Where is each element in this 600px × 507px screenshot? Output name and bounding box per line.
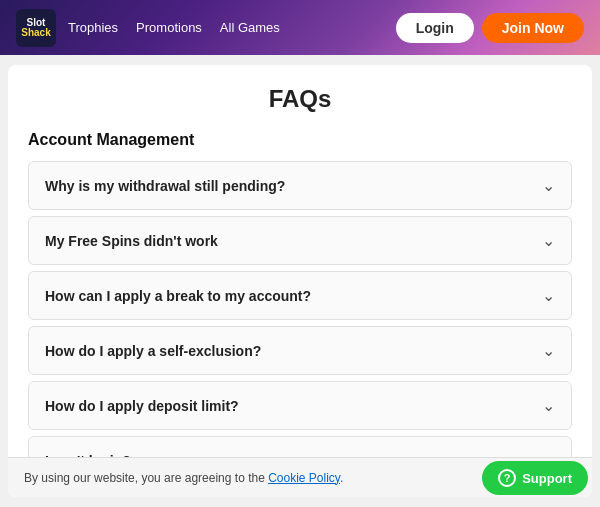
- main-content: FAQs Account Management Why is my withdr…: [8, 65, 592, 497]
- faq-question-3: How do I apply a self-exclusion?: [45, 343, 261, 359]
- logo: Slot Shack: [16, 9, 56, 47]
- chevron-down-icon-2: ⌄: [542, 286, 555, 305]
- cookie-policy-link[interactable]: Cookie Policy: [268, 471, 340, 485]
- faq-item-2[interactable]: How can I apply a break to my account? ⌄: [28, 271, 572, 320]
- chevron-down-icon-1: ⌄: [542, 231, 555, 250]
- cookie-text-before: By using our website, you are agreeing t…: [24, 471, 268, 485]
- faq-question-4: How do I apply deposit limit?: [45, 398, 239, 414]
- chevron-down-icon-3: ⌄: [542, 341, 555, 360]
- header: Slot Shack Trophies Promotions All Games…: [0, 0, 600, 55]
- chevron-down-icon-4: ⌄: [542, 396, 555, 415]
- logo-text-slot: Slot: [27, 18, 46, 28]
- faq-question-1: My Free Spins didn't work: [45, 233, 218, 249]
- faq-item-0[interactable]: Why is my withdrawal still pending? ⌄: [28, 161, 572, 210]
- faq-item-3[interactable]: How do I apply a self-exclusion? ⌄: [28, 326, 572, 375]
- page-title: FAQs: [28, 85, 572, 113]
- faq-question-0: Why is my withdrawal still pending?: [45, 178, 285, 194]
- cookie-period: .: [340, 471, 343, 485]
- support-icon: ?: [498, 469, 516, 487]
- login-button[interactable]: Login: [396, 13, 474, 43]
- nav-item-trophies[interactable]: Trophies: [68, 20, 118, 35]
- support-button[interactable]: ? Support: [482, 461, 588, 495]
- faq-item-4[interactable]: How do I apply deposit limit? ⌄: [28, 381, 572, 430]
- logo-icon: Slot Shack: [16, 9, 56, 47]
- section-title: Account Management: [28, 131, 572, 149]
- cookie-text: By using our website, you are agreeing t…: [24, 471, 551, 485]
- logo-text-shack: Shack: [21, 28, 50, 38]
- join-button[interactable]: Join Now: [482, 13, 584, 43]
- support-label: Support: [522, 471, 572, 486]
- nav: Trophies Promotions All Games: [68, 20, 280, 35]
- header-buttons: Login Join Now: [396, 13, 584, 43]
- faq-item-1[interactable]: My Free Spins didn't work ⌄: [28, 216, 572, 265]
- chevron-down-icon-0: ⌄: [542, 176, 555, 195]
- faq-question-2: How can I apply a break to my account?: [45, 288, 311, 304]
- nav-item-promotions[interactable]: Promotions: [136, 20, 202, 35]
- nav-item-all-games[interactable]: All Games: [220, 20, 280, 35]
